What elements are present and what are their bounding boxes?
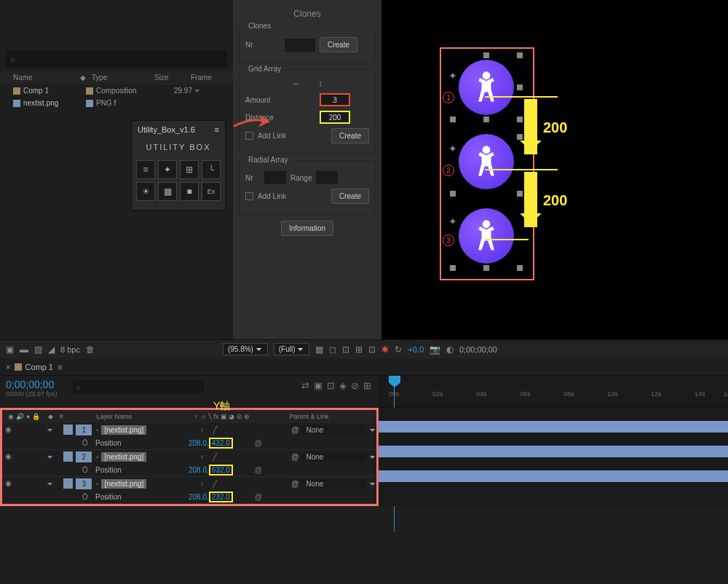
bpc-icon[interactable]: ◢ bbox=[48, 344, 55, 355]
dropdown-icon[interactable]: ⏷ bbox=[194, 87, 201, 95]
pickwhip-icon[interactable]: @ bbox=[291, 480, 298, 488]
anchor-icon[interactable]: ✦ bbox=[448, 143, 459, 153]
region-icon[interactable]: ⊡ bbox=[368, 344, 376, 355]
radial-range-input[interactable] bbox=[316, 171, 338, 184]
layer-instance-2[interactable] bbox=[459, 134, 514, 189]
position-x[interactable]: 208.0 bbox=[189, 466, 207, 474]
handle[interactable] bbox=[450, 265, 456, 271]
label-swatch[interactable] bbox=[63, 425, 74, 435]
preview-timecode[interactable]: 0;00;00;00 bbox=[459, 345, 497, 354]
information-button[interactable]: Information bbox=[281, 221, 333, 236]
tab-menu-icon[interactable]: ≡ bbox=[58, 363, 62, 371]
handle[interactable] bbox=[483, 52, 489, 58]
channel-icon[interactable]: ⊞ bbox=[355, 344, 363, 355]
radial-create-button[interactable]: Create bbox=[331, 189, 369, 204]
handle[interactable] bbox=[450, 191, 456, 197]
position-y[interactable]: 232.0 bbox=[209, 492, 233, 502]
layer-switches[interactable]: ♀ ╱ bbox=[199, 453, 291, 461]
toggle-icon[interactable]: ▣ bbox=[6, 344, 14, 355]
layer-name[interactable]: [nextist.png] bbox=[101, 452, 146, 462]
eye-col-icon[interactable]: ◉ bbox=[8, 413, 14, 420]
menu-icon[interactable]: ≡ bbox=[215, 125, 219, 134]
handle[interactable] bbox=[483, 117, 489, 122]
bpc-label[interactable]: 8 bpc bbox=[60, 345, 80, 354]
twirl-icon[interactable]: ⏷ bbox=[41, 453, 60, 461]
handle[interactable] bbox=[483, 265, 489, 271]
chevron-down-icon[interactable]: ⏷ bbox=[369, 480, 376, 488]
util-grid-icon[interactable]: ⊞ bbox=[180, 160, 199, 179]
eye-icon[interactable]: ◉ bbox=[5, 452, 14, 461]
parent-dropdown[interactable]: None bbox=[301, 452, 366, 462]
property-row[interactable]: Ö Position 208.0,432.0 @ bbox=[2, 436, 376, 449]
reset-icon[interactable]: ↻ bbox=[395, 344, 402, 355]
parent-dropdown[interactable]: None bbox=[301, 479, 366, 489]
label-swatch[interactable] bbox=[63, 451, 74, 462]
handle[interactable] bbox=[517, 117, 523, 122]
snapshot-icon[interactable]: 📷 bbox=[430, 344, 440, 355]
addlink-checkbox[interactable] bbox=[245, 192, 253, 200]
util-anchor-icon[interactable]: ✦ bbox=[158, 160, 177, 179]
col-label-icon[interactable]: ◆ bbox=[80, 74, 92, 82]
chevron-down-icon[interactable]: ⏷ bbox=[369, 426, 376, 434]
time-ruler[interactable]: 00s 02s 04s 06s 08s 10s 12s 14s 16 bbox=[379, 390, 728, 405]
comp-icon[interactable]: ▧ bbox=[34, 344, 42, 355]
tl-icon[interactable]: ⊞ bbox=[363, 380, 371, 391]
chevron-down-icon[interactable]: ⏷ bbox=[369, 453, 376, 461]
stopwatch-icon[interactable]: Ö bbox=[82, 439, 95, 447]
project-search[interactable]: ⌕ bbox=[6, 50, 227, 68]
util-squares-icon[interactable]: ▦ bbox=[158, 182, 177, 201]
anchor-icon[interactable]: ✦ bbox=[448, 70, 459, 80]
property-row[interactable]: Ö Position 208.0,232.0 @ bbox=[2, 490, 376, 503]
show-snapshot-icon[interactable]: ◐ bbox=[446, 344, 454, 355]
util-camera-icon[interactable]: ■ bbox=[180, 182, 199, 201]
tl-icon[interactable]: ⇄ bbox=[301, 380, 309, 391]
clones-nr-input[interactable] bbox=[285, 39, 315, 52]
timeline-tracks[interactable] bbox=[379, 408, 728, 506]
lock-col-icon[interactable]: 🔒 bbox=[32, 413, 40, 420]
tl-icon[interactable]: ▣ bbox=[314, 380, 323, 391]
comp-tab[interactable]: Comp 1 bbox=[15, 363, 53, 371]
handle[interactable] bbox=[517, 134, 523, 140]
composition-viewer[interactable]: ✦ 1 ✦ 2 ✦ 3 200 bbox=[381, 0, 728, 339]
handle[interactable] bbox=[517, 265, 523, 271]
property-row[interactable]: Ö Position 208.0,632.0 @ bbox=[2, 463, 376, 476]
position-y[interactable]: 432.0 bbox=[209, 438, 233, 449]
handle[interactable] bbox=[517, 84, 523, 90]
arrow-v-icon[interactable]: ↕ bbox=[318, 79, 323, 89]
handle[interactable] bbox=[450, 117, 456, 122]
twirl-icon[interactable]: ⏷ bbox=[41, 426, 60, 434]
grid-amount-input[interactable] bbox=[320, 93, 350, 106]
col-size[interactable]: Size bbox=[154, 74, 191, 82]
col-type[interactable]: Type bbox=[92, 74, 154, 82]
utility-box-panel[interactable]: Utility_Box_v1.6≡ UTILITY BOX ≡ ✦ ⊞ └ ☀ … bbox=[131, 120, 226, 210]
stopwatch-icon[interactable]: Ö bbox=[82, 493, 95, 501]
zoom-dropdown[interactable]: (95.8%) ⏷ bbox=[223, 343, 268, 355]
util-ex-icon[interactable]: Ex bbox=[202, 182, 221, 201]
stopwatch-icon[interactable]: Ö bbox=[82, 466, 95, 474]
util-align-icon[interactable]: ≡ bbox=[136, 160, 155, 179]
num-col[interactable]: # bbox=[60, 413, 63, 420]
grid-create-button[interactable]: Create bbox=[331, 128, 369, 143]
parent-col[interactable]: Parent & Link bbox=[289, 413, 376, 420]
layer-name[interactable]: [nextist.png] bbox=[101, 479, 146, 489]
trash-icon[interactable]: 🗑 bbox=[86, 344, 95, 355]
label-swatch[interactable] bbox=[63, 478, 74, 489]
layer-instance-3[interactable] bbox=[459, 208, 514, 264]
exposure-icon[interactable]: ✱ bbox=[381, 344, 389, 355]
layername-col[interactable]: Layer Name bbox=[97, 413, 194, 420]
clones-create-button[interactable]: Create bbox=[320, 37, 357, 52]
audio-col-icon[interactable]: 🔊 bbox=[16, 413, 24, 420]
layer-row[interactable]: ◉ ⏷ 1 ▫[nextist.png] ♀ ╱ @None⏷ bbox=[2, 423, 376, 436]
layer-name[interactable]: [nextist.png] bbox=[101, 425, 146, 435]
label-col-icon[interactable]: ◆ bbox=[48, 413, 53, 420]
grid-distance-input[interactable] bbox=[320, 111, 350, 124]
arrow-h-icon[interactable]: ↔ bbox=[292, 79, 301, 89]
pickwhip-icon[interactable]: @ bbox=[255, 493, 262, 501]
layer-switches[interactable]: ♀ ╱ bbox=[199, 480, 291, 488]
layer-row[interactable]: ◉ ⏷ 2 ▫[nextist.png] ♀ ╱ @None⏷ bbox=[2, 450, 376, 463]
pickwhip-icon[interactable]: @ bbox=[291, 426, 298, 434]
layer-row[interactable]: ◉ ⏷ 3 ▫[nextist.png] ♀ ╱ @None⏷ bbox=[2, 477, 376, 490]
tl-icon[interactable]: ⊘ bbox=[351, 380, 359, 391]
pickwhip-icon[interactable]: @ bbox=[255, 466, 262, 474]
addlink-checkbox[interactable] bbox=[245, 132, 253, 140]
